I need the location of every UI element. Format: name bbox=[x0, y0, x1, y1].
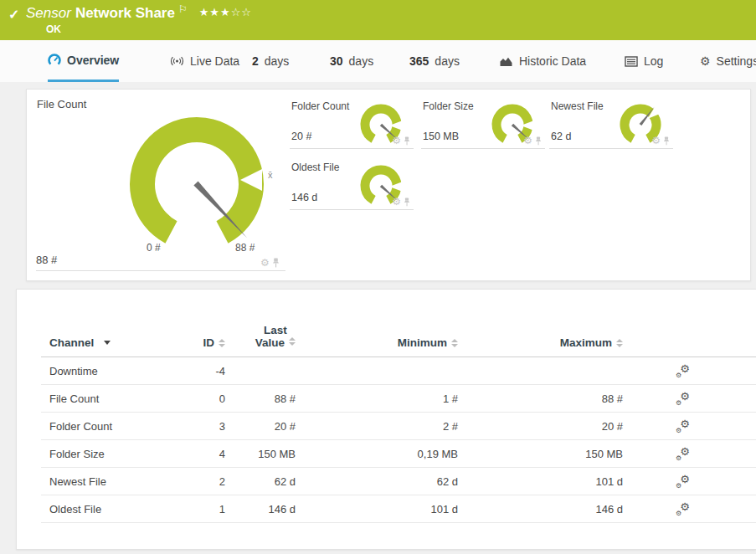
stars-empty: ☆☆ bbox=[231, 6, 252, 18]
tab-log[interactable]: Log bbox=[625, 40, 663, 82]
channel-minimum: 101 d bbox=[296, 503, 458, 516]
channel-id: 1 bbox=[175, 503, 225, 516]
table-row-file-count: File Count 0 88 # 1 # 88 # ⚙⚙ bbox=[41, 385, 756, 413]
channel-last-value: 62 d bbox=[225, 475, 296, 488]
gear-icon: ⚙ bbox=[700, 54, 711, 68]
file-count-value: 88 # bbox=[36, 254, 57, 266]
priority-stars[interactable]: ★★★☆☆ bbox=[199, 6, 252, 18]
channel-id: 4 bbox=[175, 448, 225, 460]
live-signal-icon bbox=[170, 55, 184, 67]
channel-minimum: 62 d bbox=[296, 475, 458, 488]
gauge-cell-newest-file: Newest File 62 d ⚙ bbox=[549, 96, 673, 149]
table-row-folder-size: Folder Size 4 150 MB 0,19 MB 150 MB ⚙⚙ bbox=[41, 440, 756, 468]
tab-overview[interactable]: Overview bbox=[48, 40, 119, 82]
channel-minimum: 2 # bbox=[296, 420, 458, 433]
table-row-newest-file: Newest File 2 62 d 62 d 101 d ⚙⚙ bbox=[41, 468, 756, 495]
table-row-folder-count: Folder Count 3 20 # 2 # 20 # ⚙⚙ bbox=[41, 413, 756, 440]
gauge-settings-gear-icon[interactable]: ⚙ bbox=[651, 136, 661, 146]
gauge-value: 146 d bbox=[291, 192, 317, 203]
channel-id: -4 bbox=[175, 365, 225, 377]
column-header-last-value[interactable]: LastValue bbox=[225, 324, 296, 349]
tab-30-days[interactable]: 30days bbox=[330, 40, 373, 82]
channel-settings-icon[interactable]: ⚙⚙ bbox=[676, 474, 690, 488]
sort-icon bbox=[289, 337, 296, 346]
pin-icon[interactable] bbox=[535, 136, 542, 146]
tab-settings[interactable]: ⚙ Settings bbox=[700, 40, 756, 82]
tab-bar: Overview Live Data 2days 30days 365days … bbox=[0, 40, 756, 82]
pin-icon[interactable] bbox=[663, 136, 670, 146]
column-header-maximum[interactable]: Maximum bbox=[458, 336, 623, 349]
gauge-value: 20 # bbox=[291, 131, 311, 142]
table-row-downtime: Downtime -4 ⚙⚙ bbox=[41, 357, 756, 385]
gauge-icon bbox=[48, 54, 61, 67]
channel-maximum: 150 MB bbox=[458, 448, 623, 460]
channel-maximum: 20 # bbox=[458, 420, 623, 433]
gauge-title: Folder Count bbox=[291, 100, 349, 112]
tab-live-data[interactable]: Live Data bbox=[170, 40, 239, 82]
channel-name: Newest File bbox=[41, 475, 175, 488]
chart-icon bbox=[499, 55, 513, 67]
gauge-title: Folder Size bbox=[423, 100, 474, 112]
tab-historic-data[interactable]: Historic Data bbox=[499, 40, 586, 82]
gauge-value: 62 d bbox=[551, 131, 571, 142]
sensor-page: ✓ SensorNetwork Share⚐★★★☆☆ OK Overview … bbox=[0, 0, 756, 554]
gauge-settings-gear-icon[interactable]: ⚙ bbox=[523, 136, 532, 146]
gauge-settings-gear-icon[interactable]: ⚙ bbox=[392, 136, 401, 146]
sort-icon bbox=[219, 339, 225, 347]
channel-maximum: 88 # bbox=[458, 392, 623, 405]
stars-filled: ★★★ bbox=[199, 6, 231, 18]
channel-minimum: 1 # bbox=[296, 392, 458, 405]
tab-365-days[interactable]: 365days bbox=[409, 40, 460, 82]
channels-table: Channel ID LastValue Minimum Maximum Dow… bbox=[17, 290, 756, 523]
column-header-minimum[interactable]: Minimum bbox=[296, 336, 458, 349]
sensor-title: Network Share bbox=[75, 5, 175, 21]
status-badge: OK bbox=[46, 23, 61, 35]
channel-id: 3 bbox=[175, 420, 225, 433]
flag-icon: ⚐ bbox=[178, 3, 188, 15]
column-header-id[interactable]: ID bbox=[175, 336, 225, 349]
channel-last-value: 88 # bbox=[225, 392, 296, 405]
channel-last-value: 150 MB bbox=[225, 448, 296, 460]
channel-settings-icon[interactable]: ⚙⚙ bbox=[676, 419, 690, 433]
sort-icon bbox=[451, 339, 458, 347]
tab-2-days[interactable]: 2days bbox=[252, 40, 289, 82]
pin-icon[interactable] bbox=[272, 258, 280, 268]
channel-last-value: 146 d bbox=[225, 503, 296, 516]
channel-id: 2 bbox=[175, 475, 225, 488]
gauge-settings-gear-icon[interactable]: ⚙ bbox=[260, 258, 270, 268]
channel-maximum: 146 d bbox=[458, 503, 623, 516]
pin-icon[interactable] bbox=[404, 136, 410, 146]
status-ok-check-icon: ✓ bbox=[8, 7, 19, 23]
channel-settings-icon[interactable]: ⚙⚙ bbox=[676, 364, 690, 377]
channel-settings-icon[interactable]: ⚙⚙ bbox=[676, 392, 690, 405]
gauge-title-file-count: File Count bbox=[37, 98, 86, 110]
channel-minimum: 0,19 MB bbox=[296, 448, 458, 460]
channel-settings-icon[interactable]: ⚙⚙ bbox=[676, 502, 690, 516]
channel-last-value: 20 # bbox=[225, 420, 296, 433]
gauge-cell-folder-size: Folder Size 150 MB ⚙ bbox=[421, 96, 545, 149]
channel-settings-icon[interactable]: ⚙⚙ bbox=[676, 447, 690, 460]
channel-name: Folder Count bbox=[41, 420, 175, 433]
channels-panel: Channel ID LastValue Minimum Maximum Dow… bbox=[16, 289, 756, 550]
table-row-oldest-file: Oldest File 1 146 d 101 d 146 d ⚙⚙ bbox=[41, 495, 756, 523]
channel-name: Downtime bbox=[41, 365, 175, 377]
gauge-cell-folder-count: Folder Count 20 # ⚙ bbox=[290, 96, 414, 149]
gauge-settings-gear-icon[interactable]: ⚙ bbox=[392, 197, 401, 207]
table-header-row: Channel ID LastValue Minimum Maximum bbox=[41, 318, 756, 357]
gauges-panel: File Count x̄ 0 # 88 # 88 # ⚙ Folder Cou… bbox=[26, 89, 751, 281]
gauge-value: 150 MB bbox=[423, 131, 459, 142]
pin-icon[interactable] bbox=[404, 197, 410, 207]
gauge-scale-max: 88 # bbox=[235, 242, 255, 254]
object-kind-label: Sensor bbox=[26, 5, 71, 21]
average-marker-label: x̄ bbox=[268, 170, 273, 180]
channel-name: Oldest File bbox=[41, 503, 175, 516]
table-body: Downtime -4 ⚙⚙ File Count 0 88 # 1 # 88 … bbox=[41, 357, 756, 523]
gauge-title: Oldest File bbox=[291, 162, 339, 173]
column-header-channel[interactable]: Channel bbox=[41, 336, 175, 349]
divider bbox=[36, 270, 285, 271]
sort-desc-icon bbox=[104, 341, 111, 345]
sensor-header: ✓ SensorNetwork Share⚐★★★☆☆ OK bbox=[0, 0, 756, 40]
file-count-gauge bbox=[113, 100, 280, 268]
channel-name: File Count bbox=[41, 392, 175, 405]
gauge-title: Newest File bbox=[551, 100, 604, 112]
